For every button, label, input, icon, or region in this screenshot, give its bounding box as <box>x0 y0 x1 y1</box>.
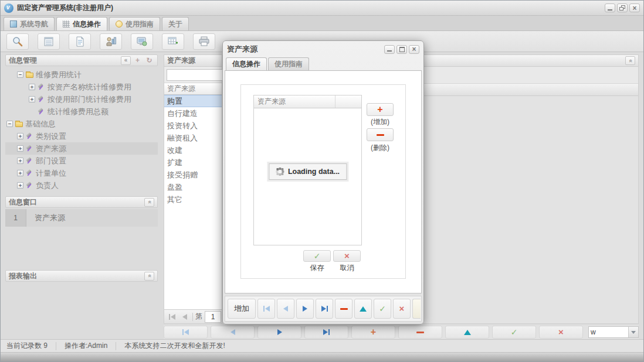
toolbar-add-button[interactable]: 增加 <box>228 299 256 319</box>
collapse-expander-icon[interactable]: − <box>17 71 23 78</box>
table-add-icon[interactable] <box>162 33 184 50</box>
tree-item-by-asset-name[interactable]: + 按资产名称统计维修费用 <box>5 81 158 93</box>
edit-record-button[interactable] <box>445 326 489 339</box>
commit-record-button[interactable]: ✓ <box>374 299 391 319</box>
expand-expander-icon[interactable]: + <box>17 145 23 152</box>
source-row[interactable]: 接受捐赠 <box>164 169 222 181</box>
tree-item-asset-source[interactable]: + 资产来源 <box>5 142 158 155</box>
first-page-icon[interactable] <box>167 312 177 322</box>
prev-page-icon[interactable] <box>179 312 190 322</box>
source-row[interactable]: 融资租入 <box>164 132 222 144</box>
row-label: 融资租入 <box>167 133 198 144</box>
source-row[interactable]: 改建 <box>164 144 222 156</box>
dialog-form-panel: 资产来源 Loading data... + (增加) (删除) ✓ × 保存 … <box>240 84 406 279</box>
tree-item-total-repair-cost[interactable]: + 统计维修费用总额 <box>5 105 158 118</box>
commit-record-button[interactable]: ✓ <box>492 326 536 339</box>
tree-item-basic-info[interactable]: − 基础信息 <box>5 118 158 130</box>
minimize-icon <box>387 50 392 52</box>
source-row[interactable]: 其它 <box>164 193 222 206</box>
expand-expander-icon[interactable]: + <box>17 158 23 164</box>
dialog-title-bar[interactable]: 资产来源 × <box>225 43 422 56</box>
list-view-icon[interactable] <box>38 33 60 50</box>
first-record-button[interactable] <box>164 326 208 339</box>
printer-icon[interactable] <box>193 33 215 50</box>
plus-icon: + <box>371 328 376 336</box>
source-row-selected[interactable]: 购置 <box>164 95 222 107</box>
source-row[interactable]: 自行建造 <box>164 107 222 119</box>
restore-button[interactable] <box>617 4 628 12</box>
expand-expander-icon[interactable]: + <box>29 96 35 103</box>
dialog-tab-info-operation[interactable]: 信息操作 <box>226 57 267 70</box>
plus-icon: + <box>377 105 382 114</box>
dialog-grid-header[interactable]: 资产来源 <box>254 95 361 108</box>
expand-expander-icon[interactable]: + <box>29 84 35 90</box>
dialog-maximize-button[interactable] <box>396 45 407 54</box>
minimize-icon <box>608 9 612 11</box>
collapse-left-icon[interactable]: « <box>121 56 131 65</box>
expand-expander-icon[interactable]: + <box>17 170 23 176</box>
minimize-button[interactable] <box>605 4 615 12</box>
user-report-icon[interactable] <box>100 33 122 50</box>
dialog-minimize-button[interactable] <box>384 45 395 54</box>
collapse-up-icon[interactable]: « <box>144 272 154 281</box>
page-label: 第 <box>195 312 202 322</box>
dialog-add-button[interactable]: + <box>367 103 394 116</box>
delete-record-button[interactable] <box>398 326 442 339</box>
first-record-button[interactable] <box>257 299 275 319</box>
monitor-icon[interactable] <box>131 33 153 50</box>
tree-item-responsible-person[interactable]: + 负责人 <box>5 179 158 192</box>
maximize-icon <box>399 47 405 52</box>
delete-record-button[interactable] <box>335 299 352 319</box>
search-icon[interactable] <box>6 33 29 50</box>
tool-icon <box>38 95 45 103</box>
info-window-title: 信息窗口 <box>9 197 37 207</box>
dialog-close-button[interactable]: × <box>409 45 419 54</box>
save-button[interactable]: ✓ <box>303 250 331 262</box>
source-row[interactable]: 盘盈 <box>164 181 222 193</box>
tab-info-operation[interactable]: 信息操作 <box>56 17 107 30</box>
record-combo-input[interactable] <box>589 327 628 337</box>
dialog-delete-button[interactable] <box>367 128 394 141</box>
expand-expander-icon[interactable]: + <box>17 182 23 189</box>
tree-item-by-department[interactable]: + 按使用部门统计维修费用 <box>5 93 158 105</box>
prev-record-button[interactable] <box>211 326 255 339</box>
collapse-up-icon[interactable]: « <box>144 198 154 207</box>
last-record-button[interactable] <box>316 299 333 319</box>
document-icon[interactable] <box>69 33 91 50</box>
record-combobox[interactable] <box>588 326 639 338</box>
info-window-row[interactable]: 1 资产来源 <box>5 209 158 227</box>
close-button[interactable]: × <box>629 4 640 12</box>
tab-user-guide[interactable]: 使用指南 <box>109 17 160 30</box>
prev-record-button[interactable] <box>277 299 294 319</box>
tab-about[interactable]: 关于 <box>162 17 189 30</box>
source-grid-header[interactable]: 资产来源 <box>164 83 222 95</box>
tree-item-measure-unit[interactable]: + 计量单位 <box>5 167 158 179</box>
add-icon[interactable]: + <box>133 56 143 65</box>
next-record-button[interactable] <box>296 299 314 319</box>
chevron-down-icon[interactable] <box>628 327 638 337</box>
minus-icon <box>377 134 384 136</box>
source-row[interactable]: 扩建 <box>164 156 222 169</box>
tree-item-repair-stats[interactable]: − 维修费用统计 <box>5 69 158 81</box>
source-row[interactable]: 投资转入 <box>164 119 222 132</box>
tool-icon <box>26 145 33 152</box>
tree-item-department-setting[interactable]: + 部门设置 <box>5 155 158 167</box>
dialog-title: 资产来源 <box>227 44 257 54</box>
tab-system-nav[interactable]: 系统导航 <box>4 17 55 30</box>
add-record-button[interactable]: + <box>351 326 395 339</box>
clipped-button[interactable] <box>412 299 421 319</box>
collapse-up-icon[interactable]: « <box>625 56 635 65</box>
last-record-button[interactable] <box>304 326 348 339</box>
tool-icon <box>26 132 33 140</box>
refresh-icon[interactable]: ↻ <box>144 56 154 65</box>
cancel-button[interactable]: × <box>333 250 361 262</box>
edit-record-button[interactable] <box>354 299 372 319</box>
next-record-button[interactable] <box>257 326 301 339</box>
cancel-record-button[interactable]: × <box>393 299 411 319</box>
dialog-tab-user-guide[interactable]: 使用指南 <box>268 57 309 70</box>
page-number-input[interactable] <box>205 311 221 323</box>
tree-item-category-setting[interactable]: + 类别设置 <box>5 130 158 142</box>
cancel-record-button[interactable]: × <box>539 326 583 339</box>
collapse-expander-icon[interactable]: − <box>6 121 13 127</box>
expand-expander-icon[interactable]: + <box>17 133 23 139</box>
